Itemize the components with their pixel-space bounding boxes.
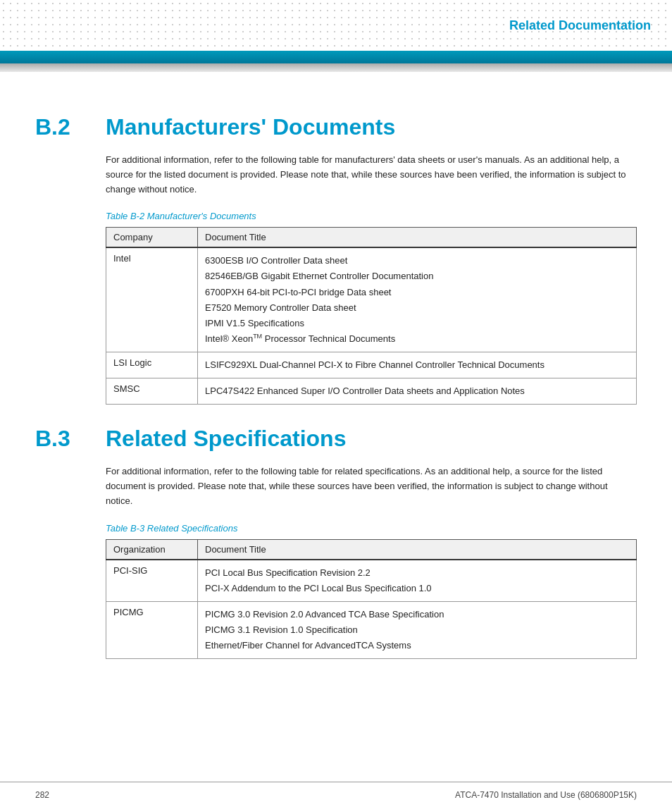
section-b3-body: For additional information, refer to the… — [106, 464, 637, 508]
gray-bar — [0, 63, 672, 72]
table-b2-col2-header: Document Title — [198, 228, 637, 248]
table-b3-row1-org: PCI-SIG — [106, 560, 198, 602]
doc-item: LPC47S422 Enhanced Super I/O Controller … — [205, 383, 629, 399]
table-b2-row3-company: SMSC — [106, 378, 198, 405]
doc-item: IPMI V1.5 Specifications — [205, 316, 629, 331]
page-title: Related Documentation — [509, 18, 651, 33]
table-b3-col1-header: Organization — [106, 539, 198, 560]
doc-item: PCI Local Bus Specification Revision 2.2 — [205, 565, 629, 581]
table-b3-row1-docs: PCI Local Bus Specification Revision 2.2… — [198, 560, 637, 602]
table-row: Intel 6300ESB I/O Controller Data sheet … — [106, 247, 637, 352]
doc-item: Intel® XeonTM Processor Technical Docume… — [205, 331, 629, 347]
section-b2-heading: B.2 Manufacturers' Documents — [35, 114, 637, 140]
table-b3-col2-header: Document Title — [198, 539, 637, 560]
table-b2-row2-docs: LSIFC929XL Dual-Channel PCI-X to Fibre C… — [198, 352, 637, 378]
doc-item: 6300ESB I/O Controller Data sheet — [205, 253, 629, 269]
table-b2-row2-company: LSI Logic — [106, 352, 198, 378]
table-b2-caption: Table B-2 Manufacturer's Documents — [106, 211, 637, 221]
footer-page-number: 282 — [35, 790, 49, 800]
table-b3: Organization Document Title PCI-SIG PCI … — [106, 539, 637, 659]
section-b3-heading: B.3 Related Specifications — [35, 426, 637, 452]
doc-item: E7520 Memory Controller Data sheet — [205, 300, 629, 316]
header-title-area: Related Documentation — [447, 0, 672, 51]
main-content: B.2 Manufacturers' Documents For additio… — [0, 72, 672, 708]
doc-item: PICMG 3.1 Revision 1.0 Specification — [205, 622, 629, 638]
section-b2-title: Manufacturers' Documents — [106, 114, 395, 140]
header: Related Documentation — [0, 0, 672, 63]
section-b2-number: B.2 — [35, 114, 106, 140]
table-row: PICMG PICMG 3.0 Revision 2.0 Advanced TC… — [106, 602, 637, 659]
footer-doc-title: ATCA-7470 Installation and Use (6806800P… — [455, 790, 637, 800]
teal-bar — [0, 51, 672, 63]
table-b3-caption: Table B-3 Related Specifications — [106, 523, 637, 534]
doc-item: 82546EB/GB Gigabit Ethernet Controller D… — [205, 269, 629, 284]
section-b2-body: For additional information, refer to the… — [106, 153, 637, 197]
table-row: LSI Logic LSIFC929XL Dual-Channel PCI-X … — [106, 352, 637, 378]
table-b2-row1-company: Intel — [106, 247, 198, 352]
table-b2-row1-docs: 6300ESB I/O Controller Data sheet 82546E… — [198, 247, 637, 352]
table-row: SMSC LPC47S422 Enhanced Super I/O Contro… — [106, 378, 637, 405]
doc-item: PCI-X Addendum to the PCI Local Bus Spec… — [205, 581, 629, 596]
doc-item: PICMG 3.0 Revision 2.0 Advanced TCA Base… — [205, 607, 629, 622]
doc-item: 6700PXH 64-bit PCI-to-PCI bridge Data sh… — [205, 285, 629, 300]
doc-item: Ethernet/Fiber Channel for AdvancedTCA S… — [205, 638, 629, 653]
table-b2-row3-docs: LPC47S422 Enhanced Super I/O Controller … — [198, 378, 637, 405]
table-b2-col1-header: Company — [106, 228, 198, 248]
section-b3-number: B.3 — [35, 426, 106, 452]
doc-item: LSIFC929XL Dual-Channel PCI-X to Fibre C… — [205, 357, 629, 373]
table-b3-row2-org: PICMG — [106, 602, 198, 659]
table-b2: Company Document Title Intel 6300ESB I/O… — [106, 227, 637, 405]
footer: 282 ATCA-7470 Installation and Use (6806… — [0, 782, 672, 807]
table-b3-row2-docs: PICMG 3.0 Revision 2.0 Advanced TCA Base… — [198, 602, 637, 659]
table-row: PCI-SIG PCI Local Bus Specification Revi… — [106, 560, 637, 602]
section-b3-title: Related Specifications — [106, 426, 346, 452]
